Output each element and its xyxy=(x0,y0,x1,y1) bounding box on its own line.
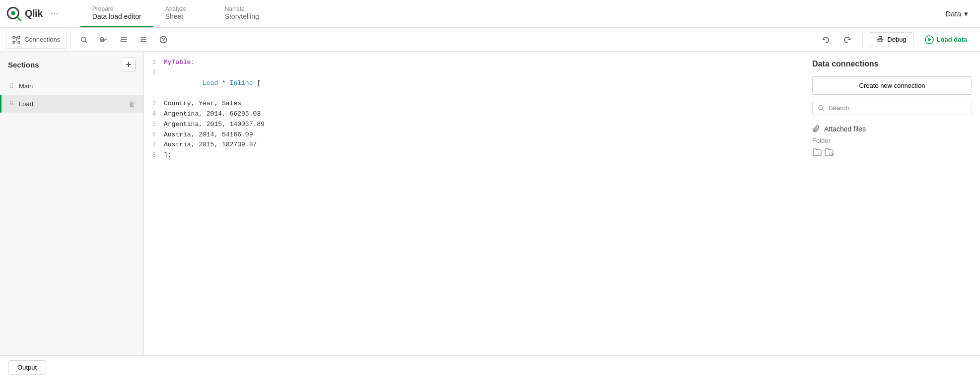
folder-icons xyxy=(812,147,972,157)
qlik-brand-text: Qlik xyxy=(25,8,43,19)
tab-narrate-bottom: Storytelling xyxy=(225,12,259,20)
debug-icon xyxy=(876,36,884,44)
indent-button[interactable] xyxy=(115,31,133,49)
search-button[interactable] xyxy=(75,31,93,49)
comment-button[interactable] xyxy=(95,31,113,49)
code-line-3: 3 Country, Year, Sales xyxy=(144,99,804,109)
folder-label: Folder xyxy=(812,137,972,144)
paperclip-icon xyxy=(812,125,820,133)
debug-label: Debug xyxy=(887,36,906,43)
help-icon xyxy=(159,36,167,44)
code-line-7: 7 Austria, 2015, 182739.87 xyxy=(144,140,804,150)
line-num-7: 7 xyxy=(144,140,164,150)
undo-button[interactable] xyxy=(817,31,835,49)
load-data-label: Load data xyxy=(937,36,967,43)
sidebar-item-load-label: Load xyxy=(19,100,124,108)
svg-line-1 xyxy=(17,16,21,20)
sidebar-item-main[interactable]: ⠿ Main xyxy=(0,77,143,95)
delete-section-icon[interactable]: 🗑 xyxy=(129,100,136,108)
svg-rect-3 xyxy=(13,36,15,38)
indent-icon xyxy=(120,36,128,44)
right-panel: Data connections Create new connection A… xyxy=(804,52,980,355)
line-num-4: 4 xyxy=(144,110,164,119)
code-line-8: 8 ]; xyxy=(144,150,804,161)
tab-prepare[interactable]: Prepare Data load editor xyxy=(80,0,153,27)
top-bar: Qlik ··· Prepare Data load editor Analyz… xyxy=(0,0,980,28)
search-box xyxy=(812,101,972,115)
connections-button[interactable]: Connections xyxy=(6,31,67,49)
tab-prepare-top: Prepare xyxy=(92,5,114,12)
attached-files-section: Attached files Folder xyxy=(812,125,972,157)
svg-point-32 xyxy=(831,154,832,155)
svg-point-2 xyxy=(11,11,15,15)
editor-area[interactable]: 1 MyTable: 2 Load * Inline [ 3 Country, … xyxy=(144,52,804,355)
tab-narrate-top: Narrate xyxy=(225,5,245,12)
line-content-6: Austria, 2014, 54166.09 xyxy=(164,130,253,140)
svg-rect-6 xyxy=(13,41,15,43)
load-data-icon xyxy=(925,35,934,44)
redo-icon xyxy=(843,36,851,44)
sidebar-items: ⠿ Main ⠿ Load 🗑 xyxy=(0,77,143,355)
folder-icon[interactable] xyxy=(812,147,822,157)
undo-icon xyxy=(822,36,830,44)
line-content-1: MyTable: xyxy=(164,58,195,68)
line-content-2: Load * Inline [ xyxy=(164,68,261,99)
sidebar-item-load[interactable]: ⠿ Load 🗑 xyxy=(0,95,143,113)
comment-icon xyxy=(100,36,108,44)
connections-icon xyxy=(12,36,20,44)
outdent-button[interactable] xyxy=(135,31,152,49)
sections-title: Sections xyxy=(8,61,39,69)
line-content-4: Argentina, 2014, 66295.03 xyxy=(164,109,261,120)
line-content-7: Austria, 2015, 182739.87 xyxy=(164,140,257,150)
tab-analyze-bottom: Sheet xyxy=(165,12,184,20)
svg-marker-28 xyxy=(928,38,931,41)
line-content-3: Country, Year, Sales xyxy=(164,99,241,109)
help-button[interactable] xyxy=(154,31,172,49)
data-dropdown-button[interactable]: Data ▾ xyxy=(939,6,974,21)
svg-rect-5 xyxy=(18,41,20,43)
sidebar-item-main-label: Main xyxy=(19,82,136,90)
svg-line-30 xyxy=(822,109,824,111)
drag-handle-icon: ⠿ xyxy=(9,100,14,107)
svg-line-10 xyxy=(85,41,87,43)
sidebar: Sections + ⠿ Main ⠿ Load 🗑 xyxy=(0,52,144,355)
code-line-5: 5 Argentina, 2015, 140037.89 xyxy=(144,120,804,130)
debug-button[interactable]: Debug xyxy=(869,32,913,47)
load-data-button[interactable]: Load data xyxy=(918,32,974,47)
create-connection-button[interactable]: Create new connection xyxy=(812,76,972,95)
outdent-icon xyxy=(140,36,147,44)
line-num-8: 8 xyxy=(144,151,164,160)
nav-tabs: Prepare Data load editor Analyze Sheet N… xyxy=(80,0,273,27)
folder-settings-icon[interactable] xyxy=(824,147,834,157)
output-button[interactable]: Output xyxy=(8,360,46,375)
code-line-2: 2 Load * Inline [ xyxy=(144,68,804,99)
svg-rect-11 xyxy=(101,38,103,42)
attached-files-label: Attached files xyxy=(824,125,866,133)
code-editor[interactable]: 1 MyTable: 2 Load * Inline [ 3 Country, … xyxy=(144,56,804,163)
main-layout: Sections + ⠿ Main ⠿ Load 🗑 1 MyTable: 2 xyxy=(0,52,980,355)
tab-narrate[interactable]: Narrate Storytelling xyxy=(213,0,273,27)
bottom-bar: Output xyxy=(0,355,980,379)
line-content-5: Argentina, 2015, 140037.89 xyxy=(164,120,265,130)
code-line-1: 1 MyTable: xyxy=(144,58,804,68)
toolbar-divider-1 xyxy=(70,34,71,46)
svg-rect-4 xyxy=(18,36,20,38)
toolbar-divider-2 xyxy=(862,34,863,46)
qlik-logo[interactable]: Qlik xyxy=(6,6,43,22)
sidebar-header: Sections + xyxy=(0,52,143,77)
tab-analyze[interactable]: Analyze Sheet xyxy=(153,0,213,27)
code-line-6: 6 Austria, 2014, 54166.09 xyxy=(144,130,804,140)
svg-point-21 xyxy=(163,41,164,42)
toolbar-right: Debug Load data xyxy=(817,31,974,49)
attached-files-header: Attached files xyxy=(812,125,972,133)
redo-button[interactable] xyxy=(839,31,856,49)
line-num-2: 2 xyxy=(144,68,164,78)
search-box-icon xyxy=(818,105,825,112)
add-section-button[interactable]: + xyxy=(122,58,136,71)
tab-analyze-top: Analyze xyxy=(165,5,187,12)
drag-handle-icon: ⠿ xyxy=(9,83,14,90)
data-connections-title: Data connections xyxy=(812,60,972,68)
search-input[interactable] xyxy=(829,104,967,112)
code-line-4: 4 Argentina, 2014, 66295.03 xyxy=(144,109,804,120)
more-options-button[interactable]: ··· xyxy=(47,6,63,22)
